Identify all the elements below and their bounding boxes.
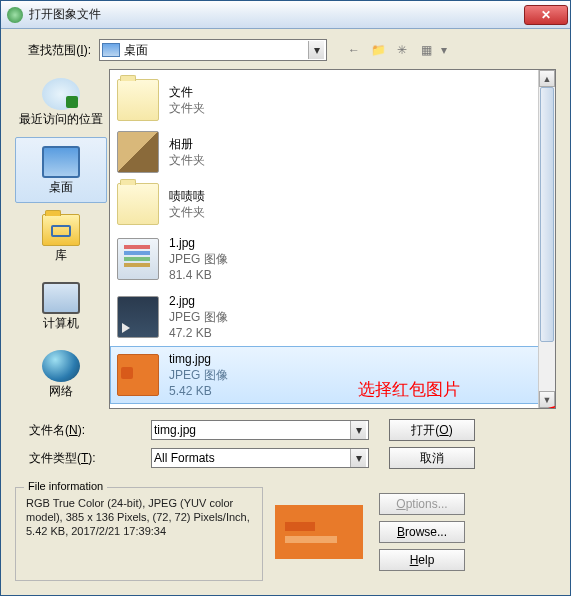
place-libraries[interactable]: 库 [15, 205, 107, 271]
list-item[interactable]: 啧啧啧文件夹 [110, 178, 555, 230]
filename-value: timg.jpg [154, 423, 196, 437]
place-desktop[interactable]: 桌面 [15, 137, 107, 203]
list-item[interactable]: 相册文件夹 [110, 126, 555, 178]
open-file-dialog: 打开图象文件 ✕ 查找范围(I): 桌面 ▾ ← 📁 ✳ ▦ ▾ [0, 0, 571, 596]
folder-icon [117, 183, 159, 225]
help-button[interactable]: Help [379, 549, 465, 571]
filetype-label: 文件类型(T): [15, 450, 115, 467]
library-icon [42, 214, 80, 246]
recent-icon [42, 78, 80, 110]
app-icon [7, 7, 23, 23]
file-information-group: File information RGB True Color (24-bit)… [15, 487, 263, 581]
desktop-icon [102, 43, 120, 57]
filetype-value: All Formats [154, 451, 215, 465]
vertical-scrollbar[interactable]: ▲ ▼ [538, 70, 555, 408]
places-bar: 最近访问的位置 桌面 库 计算机 网络 [15, 69, 107, 409]
folder-icon [117, 79, 159, 121]
desktop-place-icon [42, 146, 80, 178]
lookin-combobox[interactable]: 桌面 ▾ [99, 39, 327, 61]
lookin-label: 查找范围(I): [15, 42, 99, 59]
scroll-thumb[interactable] [540, 87, 554, 342]
list-item[interactable]: 1.jpgJPEG 图像81.4 KB [110, 230, 555, 288]
browse-button[interactable]: Browse... [379, 521, 465, 543]
nav-toolbar: ← 📁 ✳ ▦ ▾ [345, 41, 447, 59]
fileinfo-legend: File information [24, 480, 107, 492]
titlebar: 打开图象文件 ✕ [1, 1, 570, 29]
new-folder-icon[interactable]: ✳ [393, 41, 411, 59]
view-dropdown-icon[interactable]: ▾ [441, 43, 447, 57]
place-network[interactable]: 网络 [15, 341, 107, 407]
up-folder-icon[interactable]: 📁 [369, 41, 387, 59]
computer-icon [42, 282, 80, 314]
chevron-down-icon[interactable]: ▾ [350, 421, 366, 439]
chevron-down-icon[interactable]: ▾ [308, 41, 324, 59]
folder-icon [117, 131, 159, 173]
place-recent[interactable]: 最近访问的位置 [15, 69, 107, 135]
scroll-up-icon[interactable]: ▲ [539, 70, 555, 87]
list-item[interactable]: 文件文件夹 [110, 74, 555, 126]
cancel-button[interactable]: 取消 [389, 447, 475, 469]
filetype-combobox[interactable]: All Formats ▾ [151, 448, 369, 468]
svg-line-0 [380, 404, 556, 409]
file-list[interactable]: 文件文件夹 相册文件夹 啧啧啧文件夹 1.jpgJPEG 图像81.4 KB [109, 69, 556, 409]
annotation-arrow-icon [370, 404, 556, 409]
close-button[interactable]: ✕ [524, 5, 568, 25]
open-button[interactable]: 打开(O) [389, 419, 475, 441]
options-button[interactable]: Options... [379, 493, 465, 515]
window-title: 打开图象文件 [29, 6, 524, 23]
image-thumb-icon [117, 296, 159, 338]
list-item[interactable]: 2.jpgJPEG 图像47.2 KB [110, 288, 555, 346]
preview-thumbnail [275, 505, 363, 559]
list-item-selected[interactable]: timg.jpgJPEG 图像5.42 KB [110, 346, 555, 404]
filename-label: 文件名(N): [15, 422, 115, 439]
image-thumb-icon [117, 238, 159, 280]
back-icon[interactable]: ← [345, 41, 363, 59]
filename-combobox[interactable]: timg.jpg ▾ [151, 420, 369, 440]
chevron-down-icon[interactable]: ▾ [350, 449, 366, 467]
network-icon [42, 350, 80, 382]
fileinfo-text: RGB True Color (24-bit), JPEG (YUV color… [26, 496, 252, 538]
view-mode-icon[interactable]: ▦ [417, 41, 435, 59]
scroll-track[interactable] [539, 87, 555, 391]
place-computer[interactable]: 计算机 [15, 273, 107, 339]
lookin-value: 桌面 [124, 42, 308, 59]
image-thumb-icon [117, 354, 159, 396]
